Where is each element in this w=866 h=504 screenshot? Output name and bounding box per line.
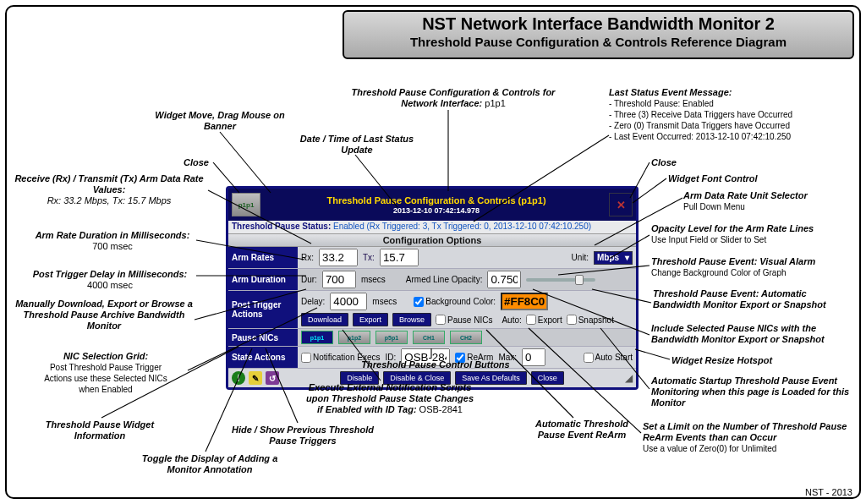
row-pause-nics: Pause NICs	[228, 329, 298, 346]
nic-button[interactable]: p1p1	[301, 331, 333, 344]
callout-max: Set a Limit on the Number of Threshold P…	[643, 421, 854, 454]
callout-title: Threshold Pause Configuration & Controls…	[335, 87, 572, 109]
nic-button[interactable]: CH1	[413, 331, 445, 344]
opacity-slider[interactable]	[526, 278, 595, 282]
nic-button[interactable]: p5p1	[375, 331, 408, 344]
page-title-banner: NST Network Interface Bandwidth Monitor …	[343, 10, 854, 59]
footer-credit: NST - 2013	[805, 487, 852, 497]
callout-rxtx: Receive (Rx) / Transmit (Tx) Arm Data Ra…	[12, 173, 206, 206]
auto-snapshot-checkbox[interactable]: Snapshot	[567, 315, 614, 325]
callout-auto-export: Threshold Pause Event: Automatic Bandwid…	[653, 288, 856, 310]
bgcolor-input[interactable]	[501, 293, 548, 310]
callout-info: Threshold Pause Widget Information	[41, 419, 159, 441]
callout-control-buttons: Threshold Pause Control Buttons	[338, 359, 533, 370]
callout-hide: Hide / Show Previous Threshold Pause Tri…	[227, 425, 379, 446]
opacity-input[interactable]	[487, 271, 521, 288]
row-state-actions: State Actions	[228, 347, 298, 368]
callout-unit: Arm Data Rate Unit SelectorPull Down Men…	[683, 190, 861, 212]
row-arm-rates: Arm Rates	[228, 247, 298, 268]
rx-input[interactable]	[319, 249, 358, 266]
pencil-icon[interactable]: ✎	[249, 371, 262, 385]
page-title-line1: NST Network Interface Bandwidth Monitor …	[351, 14, 846, 34]
export-button[interactable]: Export	[353, 313, 388, 326]
callout-include-nics: Include Selected Pause NICs with the Ban…	[651, 323, 858, 345]
resize-handle-icon[interactable]: ◢	[625, 372, 633, 384]
dialog-banner[interactable]: p1p1 Threshold Pause Configuration & Con…	[228, 189, 636, 221]
close-icon[interactable]: ✕	[609, 193, 633, 216]
tx-input[interactable]	[380, 249, 419, 266]
unit-selector[interactable]: Mbps▾	[594, 251, 633, 265]
callout-rearm: Automatic Threshold Pause Event ReArm	[523, 419, 641, 441]
dialog-title: Threshold Pause Configuration & Controls…	[264, 195, 609, 215]
callout-close-right: Close	[651, 157, 677, 168]
dur-input[interactable]	[322, 271, 356, 288]
close-button[interactable]: Close	[531, 371, 564, 385]
autostart-checkbox[interactable]: Auto Start	[584, 353, 633, 363]
callout-arm-duration: Arm Rate Duration in Milliseconds: 700 m…	[32, 230, 193, 252]
callout-nic-grid: NIC Selection Grid:Post Threshold Pause …	[25, 351, 186, 395]
browse-button[interactable]: Browse	[392, 313, 431, 326]
bgcolor-checkbox[interactable]: Background Color:	[414, 297, 496, 307]
callout-toggle: Toggle the Display of Adding a Monitor A…	[125, 453, 294, 475]
auto-export-checkbox[interactable]: Export	[526, 315, 562, 325]
pause-nics-checkbox[interactable]: Pause NICs	[436, 315, 492, 325]
callout-opacity: Opacity Level for the Arm Rate LinesUse …	[651, 223, 854, 245]
status-row: Threshold Pause Status: Enabled (Rx Trig…	[228, 221, 636, 234]
nic-button[interactable]: p1p2	[338, 331, 370, 344]
nic-badge: p1p1	[232, 193, 260, 216]
callout-last-status: Last Status Event Message: - Threshold P…	[609, 87, 841, 142]
callout-visual-alarm: Threshold Pause Event: Visual AlarmChang…	[651, 256, 854, 278]
delay-input[interactable]	[330, 293, 367, 310]
callout-font: Widget Font Control	[668, 173, 758, 184]
callout-close-left: Close	[184, 157, 209, 168]
callout-datetime: Date / Time of Last Status Update	[289, 134, 425, 156]
callout-resize: Widget Resize Hotspot	[671, 355, 772, 366]
chevron-down-icon: ▾	[625, 253, 629, 262]
nic-button[interactable]: CH2	[450, 331, 482, 344]
callout-autostart: Automatic Startup Threshold Pause Event …	[651, 375, 854, 408]
config-header: Configuration Options	[228, 234, 636, 247]
callout-download-browse: Manually Download, Export or Browse a Th…	[15, 299, 193, 331]
callout-exec: Execute External Notification Scriptsupo…	[276, 382, 504, 415]
row-arm-duration: Arm Duration	[228, 269, 298, 290]
info-icon[interactable]: i	[232, 371, 245, 385]
callout-delay: Post Trigger Delay in Milliseconds: 4000…	[25, 269, 195, 291]
row-post-trigger: Post Trigger Actions	[228, 291, 298, 328]
page-title-line2: Threshold Pause Configuration & Controls…	[351, 35, 846, 49]
callout-widget-move: Widget Move, Drag Mouse on Banner	[152, 110, 288, 132]
download-button[interactable]: Download	[301, 313, 348, 326]
